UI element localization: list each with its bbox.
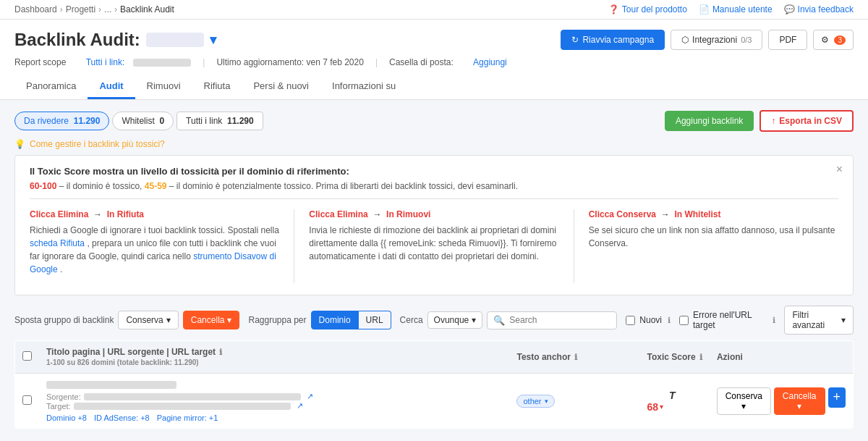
th-toxic-info-icon[interactable]: ℹ (699, 353, 702, 361)
update-label: Ultimo aggiornamento: ven 7 feb 2020 (216, 57, 363, 67)
gear-button[interactable]: ⚙ 3 (813, 30, 854, 50)
score-dropdown[interactable]: 68 ▾ (647, 401, 702, 413)
project-dropdown-icon[interactable]: ▾ (210, 32, 216, 48)
errore-info-icon[interactable]: ℹ (773, 316, 775, 325)
col2-title: Clicca Elimina → In Rimuovi (309, 209, 558, 219)
conserva-action-chevron: ▾ (741, 401, 746, 411)
source-external-icon[interactable]: ↗ (307, 392, 313, 401)
nuovi-checkbox[interactable] (626, 316, 635, 325)
target-external-icon[interactable]: ↗ (297, 401, 303, 411)
breadcrumb-sep2: › (98, 4, 101, 14)
mirror-meta-link[interactable]: Pagine mirror: +1 (157, 413, 218, 422)
nuovi-checkbox-group: Nuovi ℹ (626, 315, 671, 325)
row-actions-cell: Conserva ▾ Cancella ▾ + (710, 374, 854, 429)
th-actions: Azioni (710, 341, 854, 374)
dominio-toggle[interactable]: Dominio (311, 311, 359, 329)
target-label: Target: (46, 402, 71, 411)
riavvia-button[interactable]: ↻ Riavvia campagna (561, 30, 665, 50)
scope-label: Report scope (14, 57, 66, 67)
integrations-count: 0/3 (741, 35, 752, 44)
col1-link1[interactable]: scheda Rifiuta (30, 238, 85, 248)
whitelist-filter[interactable]: Whitelist 0 (112, 112, 174, 130)
aggiungi-backlink-button[interactable]: Aggiungi backlink (665, 111, 754, 131)
scope-link[interactable]: Tutti i link: (86, 57, 125, 67)
tab-rifiuta[interactable]: Rifiuta (192, 75, 242, 99)
domain-meta-link[interactable]: Dominio +8 (46, 413, 87, 422)
row-toxic-cell: T 68 ▾ (639, 374, 709, 429)
top-nav-actions: ❓ Tour del prodotto 📄 Manuale utente 💬 I… (608, 4, 854, 14)
th-anchor-info-icon[interactable]: ℹ (574, 353, 577, 361)
source-blurred (84, 393, 301, 400)
scope-value-blurred (133, 59, 191, 67)
conserva-select[interactable]: Conserva ▾ (118, 311, 178, 329)
lightbulb-icon: 💡 (14, 139, 25, 149)
select-all-checkbox[interactable] (22, 351, 32, 361)
chat-icon: 💬 (784, 4, 795, 14)
th-url-info-icon[interactable]: ℹ (219, 348, 222, 356)
cancella-action-button[interactable]: Cancella ▾ (774, 387, 825, 415)
breadcrumb-dots[interactable]: ... (104, 4, 111, 14)
refresh-icon: ↻ (571, 35, 579, 45)
report-meta: Report scope Tutti i link: | Ultimo aggi… (14, 57, 854, 67)
search-icon: 🔍 (493, 315, 505, 326)
target-blurred (74, 403, 291, 410)
email-add-link[interactable]: Aggiungi (473, 57, 507, 67)
pdf-button[interactable]: PDF (768, 30, 807, 50)
range1: 60-100 (30, 181, 56, 191)
table-header: Titolo pagina | URL sorgente | URL targe… (15, 341, 854, 374)
meta-links: Dominio +8 ID AdSense: +8 Pagine mirror:… (46, 413, 502, 422)
info-box-close[interactable]: × (836, 163, 843, 176)
tab-panoramica[interactable]: Panoramica (14, 75, 88, 99)
filter-right: Aggiungi backlink ↑ Esporta in CSV (665, 110, 854, 132)
feedback-link[interactable]: 💬 Invia feedback (784, 4, 854, 14)
info-col-whitelist: Clicca Conserva → In Whitelist Se sei si… (589, 209, 838, 283)
anchor-chevron-icon: ▾ (545, 398, 548, 405)
table-body: Sorgente: ↗ Target: ↗ Dominio +8 ID AdSe… (15, 374, 854, 429)
book-icon: 📄 (699, 4, 710, 14)
row-anchor-cell: other ▾ (509, 374, 639, 429)
integrations-button[interactable]: ⬡ Integrazioni 0/3 (671, 30, 762, 50)
breadcrumb-sep3: › (114, 4, 117, 14)
question-icon: ❓ (608, 4, 619, 14)
tabs: Panoramica Audit Rimuovi Rifiuta Persi &… (14, 75, 854, 99)
header-row: Backlink Audit: ▾ ↻ Riavvia campagna ⬡ I… (14, 30, 854, 50)
anchor-tag[interactable]: other ▾ (516, 395, 554, 408)
plus-action-button[interactable]: + (828, 387, 846, 408)
esporta-csv-button[interactable]: ↑ Esporta in CSV (760, 110, 854, 132)
gear-icon: ⚙ (821, 35, 829, 45)
url-toggle[interactable]: URL (359, 311, 391, 329)
ovunque-select[interactable]: Ovunque ▾ (427, 311, 483, 329)
email-label: Casella di posta: (389, 57, 454, 67)
search-input[interactable] (509, 315, 610, 325)
tab-persi-nuovi[interactable]: Persi & nuovi (242, 75, 320, 99)
tutti-filter[interactable]: Tutti i link 11.290 (176, 112, 263, 130)
col3-title: Clicca Conserva → In Whitelist (589, 209, 838, 219)
tour-link[interactable]: ❓ Tour del prodotto (608, 4, 687, 14)
tab-rimuovi[interactable]: Rimuovi (135, 75, 192, 99)
adsense-meta-link[interactable]: ID AdSense: +8 (94, 413, 150, 422)
cancella-select[interactable]: Cancella ▾ (183, 311, 240, 329)
tab-audit[interactable]: Audit (88, 75, 135, 99)
nuovi-info-icon[interactable]: ℹ (668, 316, 671, 325)
da-rivedere-filter[interactable]: Da rivedere 11.290 (14, 112, 109, 130)
breadcrumb: Dashboard › Progetti › ... › Backlink Au… (14, 4, 174, 14)
breadcrumb-dashboard[interactable]: Dashboard (14, 4, 57, 14)
filtri-chevron: ▾ (841, 315, 846, 325)
t-icon: T (669, 390, 676, 401)
breadcrumb-progetti[interactable]: Progetti (66, 4, 95, 14)
page-title: Backlink Audit: ▾ (14, 30, 216, 50)
col1-text: Richiedi a Google di ignorare i tuoi bac… (30, 224, 279, 276)
errore-checkbox[interactable] (679, 316, 689, 325)
tip-link[interactable]: Come gestire i backlink più tossici? (30, 139, 165, 149)
conserva-action-button[interactable]: Conserva ▾ (717, 387, 771, 415)
export-icon: ↑ (771, 116, 775, 126)
row-checkbox[interactable] (22, 395, 32, 405)
filtri-avanzati-button[interactable]: Filtri avanzati ▾ (784, 306, 854, 335)
manual-link[interactable]: 📄 Manuale utente (699, 4, 773, 14)
col2-text: Invia le richieste di rimozione dei back… (309, 224, 558, 263)
th-checkbox (15, 341, 40, 374)
info-box-description: 60-100 – il dominio è tossico, 45-59 – i… (30, 181, 838, 191)
th-anchor: Testo anchor ℹ (509, 341, 639, 374)
tab-informazioni[interactable]: Informazioni su (320, 75, 407, 99)
info-box-title: Il Toxic Score mostra un livello di toss… (30, 166, 838, 177)
